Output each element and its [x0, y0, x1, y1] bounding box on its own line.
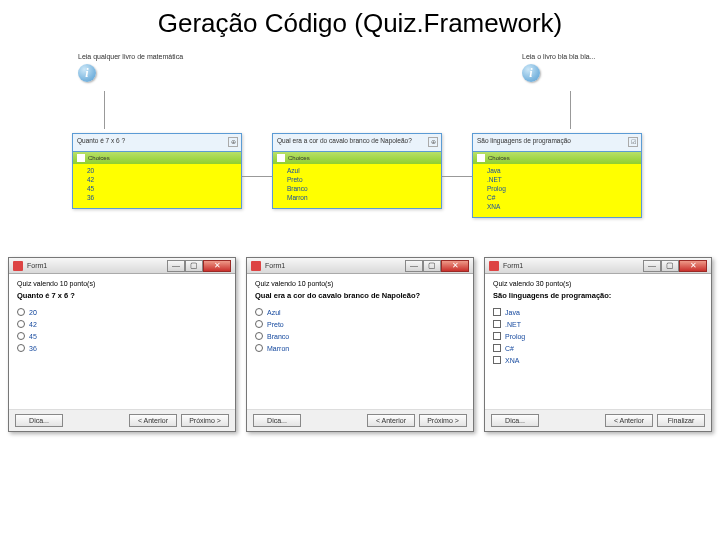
window-footer: Dica... < Anterior Próximo > — [9, 409, 235, 431]
option-label: 42 — [29, 321, 37, 328]
expand-icon[interactable]: ⊕ — [428, 137, 438, 147]
option-row[interactable]: Azul — [255, 306, 465, 318]
tip-button[interactable]: Dica... — [491, 414, 539, 427]
information-icon: i — [522, 64, 540, 82]
info-block-2: Leia o livro bla bla bla... i — [522, 53, 596, 82]
app-icon — [251, 261, 261, 271]
model-question: Qual era a cor do cavalo branco de Napol… — [277, 137, 412, 144]
prev-button[interactable]: < Anterior — [129, 414, 177, 427]
option-row[interactable]: Prolog — [493, 330, 703, 342]
checkbox-icon[interactable] — [493, 344, 501, 352]
choices-header: Choices — [273, 152, 441, 164]
maximize-button[interactable]: ▢ — [423, 260, 441, 272]
minimize-button[interactable]: — — [167, 260, 185, 272]
radio-icon[interactable] — [255, 320, 263, 328]
close-button[interactable]: ✕ — [679, 260, 707, 272]
connector-line — [104, 91, 105, 129]
choice-item: Preto — [277, 175, 437, 184]
minimize-button[interactable]: — — [405, 260, 423, 272]
diagram-area: Leia qualquer livro de matemática i Leia… — [0, 41, 720, 251]
model-card-header: Quanto é 7 x 6 ? ⊕ — [73, 134, 241, 152]
prev-button[interactable]: < Anterior — [367, 414, 415, 427]
form-window-2: Form1 — ▢ ✕ Quiz valendo 10 ponto(s) Qua… — [246, 257, 474, 432]
choices-header: Choices — [73, 152, 241, 164]
model-card-2: Qual era a cor do cavalo branco de Napol… — [272, 133, 442, 209]
expand-icon[interactable]: ⊕ — [228, 137, 238, 147]
checkbox-icon[interactable]: ☑ — [628, 137, 638, 147]
option-row[interactable]: 36 — [17, 342, 227, 354]
checkbox-icon[interactable] — [493, 356, 501, 364]
radio-icon[interactable] — [17, 320, 25, 328]
maximize-button[interactable]: ▢ — [661, 260, 679, 272]
titlebar[interactable]: Form1 — ▢ ✕ — [247, 258, 473, 274]
quiz-question: Qual era a cor do cavalo branco de Napol… — [255, 291, 465, 300]
choices-list: 20 42 45 36 — [73, 164, 241, 208]
choices-header: Choices — [473, 152, 641, 164]
model-card-3: São linguagens de programação ☑ Choices … — [472, 133, 642, 218]
connector-line — [570, 91, 571, 129]
quiz-caption: Quiz valendo 10 ponto(s) — [255, 280, 465, 287]
option-label: Preto — [267, 321, 284, 328]
window-title: Form1 — [265, 262, 405, 269]
finish-button[interactable]: Finalizar — [657, 414, 705, 427]
quiz-question: Quanto é 7 x 6 ? — [17, 291, 227, 300]
option-label: XNA — [505, 357, 519, 364]
checkbox-icon[interactable] — [493, 320, 501, 328]
slide-title: Geração Código (Quiz.Framework) — [0, 0, 720, 41]
window-title: Form1 — [27, 262, 167, 269]
option-row[interactable]: XNA — [493, 354, 703, 366]
choices-list: Azul Preto Branco Marron — [273, 164, 441, 208]
tip-button[interactable]: Dica... — [253, 414, 301, 427]
next-button[interactable]: Próximo > — [419, 414, 467, 427]
option-label: .NET — [505, 321, 521, 328]
app-icon — [489, 261, 499, 271]
choice-item: Branco — [277, 184, 437, 193]
checkbox-icon[interactable] — [493, 332, 501, 340]
close-button[interactable]: ✕ — [441, 260, 469, 272]
radio-icon[interactable] — [255, 344, 263, 352]
next-button[interactable]: Próximo > — [181, 414, 229, 427]
forms-row: Form1 — ▢ ✕ Quiz valendo 10 ponto(s) Qua… — [0, 257, 720, 432]
option-row[interactable]: 20 — [17, 306, 227, 318]
window-body: Quiz valendo 10 ponto(s) Qual era a cor … — [247, 274, 473, 409]
titlebar[interactable]: Form1 — ▢ ✕ — [9, 258, 235, 274]
option-row[interactable]: Preto — [255, 318, 465, 330]
close-button[interactable]: ✕ — [203, 260, 231, 272]
option-label: C# — [505, 345, 514, 352]
option-row[interactable]: 45 — [17, 330, 227, 342]
choice-item: 42 — [77, 175, 237, 184]
prev-button[interactable]: < Anterior — [605, 414, 653, 427]
option-row[interactable]: Java — [493, 306, 703, 318]
form-window-3: Form1 — ▢ ✕ Quiz valendo 30 ponto(s) São… — [484, 257, 712, 432]
radio-icon[interactable] — [17, 344, 25, 352]
model-question: São linguagens de programação — [477, 137, 571, 144]
window-footer: Dica... < Anterior Próximo > — [247, 409, 473, 431]
tip-button[interactable]: Dica... — [15, 414, 63, 427]
info-text: Leia qualquer livro de matemática — [78, 53, 183, 60]
option-row[interactable]: 42 — [17, 318, 227, 330]
maximize-button[interactable]: ▢ — [185, 260, 203, 272]
titlebar[interactable]: Form1 — ▢ ✕ — [485, 258, 711, 274]
option-row[interactable]: .NET — [493, 318, 703, 330]
option-row[interactable]: Branco — [255, 330, 465, 342]
window-body: Quiz valendo 10 ponto(s) Quanto é 7 x 6 … — [9, 274, 235, 409]
option-row[interactable]: Marron — [255, 342, 465, 354]
model-card-header: São linguagens de programação ☑ — [473, 134, 641, 152]
option-label: 45 — [29, 333, 37, 340]
radio-icon[interactable] — [17, 332, 25, 340]
window-body: Quiz valendo 30 ponto(s) São linguagens … — [485, 274, 711, 409]
radio-icon[interactable] — [255, 308, 263, 316]
choice-item: 20 — [77, 166, 237, 175]
connector-line — [242, 176, 272, 177]
option-row[interactable]: C# — [493, 342, 703, 354]
choice-item: 45 — [77, 184, 237, 193]
info-block-1: Leia qualquer livro de matemática i — [78, 53, 183, 82]
quiz-caption: Quiz valendo 10 ponto(s) — [17, 280, 227, 287]
radio-icon[interactable] — [17, 308, 25, 316]
minimize-button[interactable]: — — [643, 260, 661, 272]
radio-icon[interactable] — [255, 332, 263, 340]
option-label: 36 — [29, 345, 37, 352]
choice-item: Marron — [277, 193, 437, 202]
checkbox-icon[interactable] — [493, 308, 501, 316]
choice-item: C# — [477, 193, 637, 202]
